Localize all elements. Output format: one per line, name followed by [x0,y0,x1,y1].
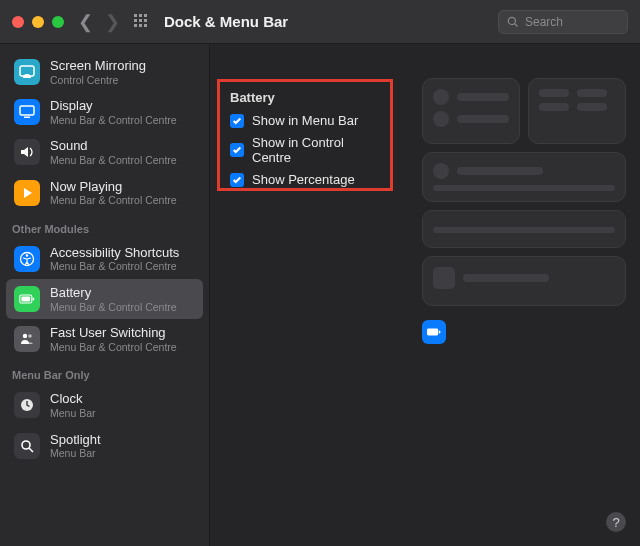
svg-rect-8 [24,117,30,119]
accessibility-icon [14,246,40,272]
sidebar-item-label: Now Playing [50,179,177,195]
svg-rect-13 [33,297,35,300]
sidebar-group-other-modules: Other Modules [6,213,203,239]
sidebar: Screen MirroringControl Centre DisplayMe… [0,44,210,546]
preview-card [422,256,626,306]
svg-rect-12 [21,297,30,302]
window-title: Dock & Menu Bar [164,13,288,30]
back-button[interactable]: ❮ [78,11,93,33]
window-controls [12,16,64,28]
sidebar-item-label: Sound [50,138,177,154]
checkbox-label: Show in Control Centre [252,135,380,165]
checkbox-show-in-menu-bar[interactable]: Show in Menu Bar [230,113,380,128]
battery-settings-highlight: Battery Show in Menu Bar Show in Control… [217,79,393,191]
sidebar-item-sub: Menu Bar & Control Centre [50,194,177,207]
main-pane: Battery Show in Menu Bar Show in Control… [210,44,640,546]
search-placeholder: Search [525,15,563,29]
sidebar-item-sub: Menu Bar & Control Centre [50,301,177,314]
sidebar-item-label: Spotlight [50,432,101,448]
sidebar-item-battery[interactable]: BatteryMenu Bar & Control Centre [6,279,203,319]
zoom-window-button[interactable] [52,16,64,28]
sidebar-item-label: Battery [50,285,177,301]
sidebar-item-sound[interactable]: SoundMenu Bar & Control Centre [6,132,203,172]
svg-point-10 [26,254,28,256]
checkbox-icon [230,173,244,187]
checkbox-show-in-control-centre[interactable]: Show in Control Centre [230,135,380,165]
spotlight-icon [14,433,40,459]
sidebar-item-sub: Menu Bar & Control Centre [50,114,177,127]
sidebar-item-sub: Menu Bar [50,407,96,420]
search-icon [507,16,519,28]
svg-rect-7 [20,106,34,115]
sidebar-item-label: Accessibility Shortcuts [50,245,179,261]
svg-point-14 [23,334,27,338]
preview-card [422,152,626,202]
sidebar-item-sub: Menu Bar & Control Centre [50,341,177,354]
preview-card [422,210,626,248]
sidebar-item-sub: Menu Bar & Control Centre [50,154,177,167]
sidebar-item-label: Display [50,98,177,114]
sidebar-item-accessibility[interactable]: Accessibility ShortcutsMenu Bar & Contro… [6,239,203,279]
user-switch-icon [14,326,40,352]
sidebar-item-spotlight[interactable]: SpotlightMenu Bar [6,426,203,466]
sidebar-item-label: Screen Mirroring [50,58,146,74]
preview-battery-badge [422,320,446,344]
display-icon [14,99,40,125]
checkbox-icon [230,114,244,128]
battery-icon [14,286,40,312]
sidebar-item-display[interactable]: DisplayMenu Bar & Control Centre [6,92,203,132]
sound-icon [14,139,40,165]
sidebar-item-clock[interactable]: ClockMenu Bar [6,385,203,425]
sidebar-item-fast-user-switching[interactable]: Fast User SwitchingMenu Bar & Control Ce… [6,319,203,359]
now-playing-icon [14,180,40,206]
help-button[interactable]: ? [606,512,626,532]
minimize-window-button[interactable] [32,16,44,28]
nav-arrows: ❮ ❯ [78,11,120,33]
screen-mirroring-icon [14,59,40,85]
preview-card [422,78,520,144]
control-centre-preview [422,78,626,344]
svg-point-17 [22,441,30,449]
sidebar-item-now-playing[interactable]: Now PlayingMenu Bar & Control Centre [6,173,203,213]
show-all-icon[interactable] [134,14,150,30]
sidebar-item-screen-mirroring[interactable]: Screen MirroringControl Centre [6,52,203,92]
sidebar-group-menu-bar-only: Menu Bar Only [6,359,203,385]
sidebar-item-sub: Menu Bar & Control Centre [50,260,179,273]
settings-heading: Battery [230,90,380,105]
sidebar-item-label: Clock [50,391,96,407]
checkbox-label: Show in Menu Bar [252,113,358,128]
sidebar-item-sub: Menu Bar [50,447,101,460]
svg-rect-18 [427,329,438,336]
checkbox-icon [230,143,244,157]
clock-icon [14,392,40,418]
sidebar-item-sub: Control Centre [50,74,146,87]
preview-card [528,78,626,144]
svg-rect-19 [439,331,440,334]
close-window-button[interactable] [12,16,24,28]
sidebar-item-label: Fast User Switching [50,325,177,341]
checkbox-show-percentage[interactable]: Show Percentage [230,172,380,187]
titlebar: ❮ ❯ Dock & Menu Bar Search [0,0,640,44]
forward-button[interactable]: ❯ [105,11,120,33]
checkbox-label: Show Percentage [252,172,355,187]
search-input[interactable]: Search [498,10,628,34]
svg-point-15 [28,334,32,338]
